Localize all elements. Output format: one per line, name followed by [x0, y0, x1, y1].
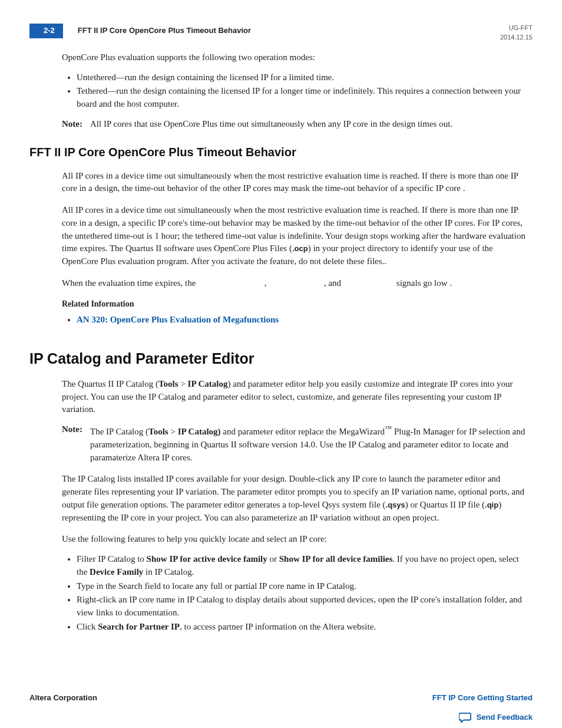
file-ext-qsys: .qsys — [386, 500, 405, 509]
body-paragraph: All IP cores in a device time out simult… — [62, 170, 527, 196]
list-item: Click Search for Partner IP, to access p… — [77, 621, 527, 634]
option-search-partner: Search for Partner IP — [98, 622, 180, 631]
menu-tools: Tools — [148, 427, 168, 436]
note-label: Note: — [62, 118, 90, 131]
page-header: 2-2 FFT II IP Core OpenCore Plus Timeout… — [29, 24, 533, 42]
list-item: Filter IP Catalog to Show IP for active … — [77, 553, 527, 579]
file-ext-qip: .qip — [485, 500, 498, 509]
note-content: The IP Catalog (Tools > IP Catalog) and … — [90, 423, 527, 464]
related-info-label: Related Information — [62, 298, 533, 310]
header-left: 2-2 FFT II IP Core OpenCore Plus Timeout… — [29, 24, 251, 38]
note-label: Note: — [62, 423, 90, 464]
features-list: Filter IP Catalog to Show IP for active … — [62, 553, 527, 634]
link-send-feedback[interactable]: Send Feedback — [459, 712, 533, 723]
note-block: Note: All IP cores that use OpenCore Plu… — [62, 118, 527, 131]
doc-id: UG-FFT — [500, 24, 533, 33]
page-number: 2-2 — [29, 24, 63, 38]
file-ext-ocp: .ocp — [292, 244, 308, 253]
list-item: Untethered—run the design containing the… — [77, 71, 527, 84]
body-paragraph: When the evaluation time expires, the , … — [62, 277, 527, 290]
section-heading-ipcatalog: IP Catalog and Parameter Editor — [29, 348, 533, 369]
list-item: Right-click an IP core name in IP Catalo… — [77, 594, 527, 620]
menu-ip-catalog: IP Catalog) — [178, 427, 221, 436]
footer-company: Altera Corporation — [29, 693, 97, 704]
doc-date: 2014.12.15 — [500, 33, 533, 42]
modes-list: Untethered—run the design containing the… — [62, 71, 527, 111]
list-item: Type in the Search field to locate any f… — [77, 580, 527, 593]
header-title: FFT II IP Core OpenCore Plus Timeout Beh… — [78, 25, 251, 37]
feedback-label: Send Feedback — [477, 712, 533, 723]
related-info-list: AN 320: OpenCore Plus Evaluation of Mega… — [62, 314, 527, 327]
section-heading-timeout: FFT II IP Core OpenCore Plus Timeout Beh… — [29, 144, 533, 161]
body-paragraph: Use the following features to help you q… — [62, 533, 527, 546]
menu-tools: Tools — [158, 379, 178, 388]
list-item: AN 320: OpenCore Plus Evaluation of Mega… — [77, 314, 527, 327]
note-block: Note: The IP Catalog (Tools > IP Catalog… — [62, 423, 527, 464]
page-footer: Altera Corporation FFT IP Core Getting S… — [29, 693, 533, 726]
feedback-icon — [459, 712, 472, 723]
footer-right: FFT IP Core Getting Started Send Feedbac… — [432, 693, 533, 726]
option-show-all: Show IP for all device families — [279, 554, 393, 564]
list-item: Tethered—run the design containing the l… — [77, 85, 527, 111]
link-getting-started[interactable]: FFT IP Core Getting Started — [432, 693, 533, 704]
body-paragraph: The Quartus II IP Catalog (Tools > IP Ca… — [62, 378, 527, 416]
option-device-family: Device Family — [90, 567, 143, 577]
header-right: UG-FFT 2014.12.15 — [500, 24, 533, 42]
option-show-active: Show IP for active device family — [147, 554, 267, 564]
body-paragraph: All IP cores in a device time out simult… — [62, 204, 527, 268]
link-an320[interactable]: AN 320: OpenCore Plus Evaluation of Mega… — [77, 315, 279, 324]
body-paragraph: The IP Catalog lists installed IP cores … — [62, 473, 527, 524]
menu-ip-catalog: IP Catalog — [188, 379, 228, 388]
intro-text: OpenCore Plus evaluation supports the fo… — [62, 51, 527, 64]
note-content: All IP cores that use OpenCore Plus time… — [90, 118, 527, 131]
trademark: ™ — [385, 424, 392, 433]
